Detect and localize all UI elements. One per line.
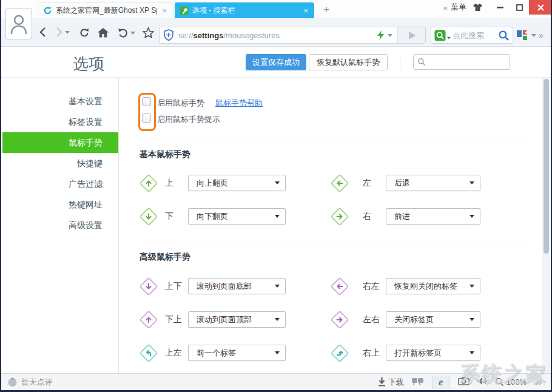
gesture-action-select[interactable]: 向上翻页 bbox=[188, 175, 286, 191]
skin-theme-icon[interactable] bbox=[473, 3, 483, 12]
forward-history-caret-icon[interactable] bbox=[65, 31, 70, 34]
resize-grip[interactable] bbox=[534, 377, 542, 388]
zoom-level: 100% bbox=[507, 377, 527, 387]
url-path: /mousegestures bbox=[223, 31, 280, 40]
gesture-action-select[interactable]: 前一个标签 bbox=[188, 345, 286, 361]
status-bar: 暂无点评 下载 e bbox=[0, 373, 552, 390]
search-engine-icon[interactable] bbox=[434, 30, 446, 41]
site-review[interactable]: 暂无点评 bbox=[7, 377, 53, 388]
speed-caret-icon[interactable] bbox=[388, 34, 392, 37]
gesture-row-rightup: 右上 打开新标签页 bbox=[332, 345, 480, 361]
browser-window: 系统之家官网_最新Ghost XP Sp × 选项 - 搜索栏 × + « 菜单 bbox=[0, 0, 552, 392]
gesture-action-select[interactable]: 滚动到页面顶部 bbox=[188, 311, 286, 328]
address-bar[interactable]: se://settings/mousegestures bbox=[159, 27, 426, 44]
gesture-action-select[interactable]: 打开新标签页 bbox=[386, 345, 480, 361]
gesture-row-up: 上 向上翻页 bbox=[141, 175, 286, 191]
tab-close-icon[interactable]: × bbox=[302, 6, 309, 15]
flags-icon[interactable] bbox=[412, 377, 424, 388]
sidebar-item-advanced-settings[interactable]: 高级设置 bbox=[2, 215, 118, 235]
gesture-row-updown: 上下 滚动到页面底部 bbox=[141, 278, 286, 294]
gesture-right-icon bbox=[330, 207, 349, 226]
undo-button[interactable] bbox=[118, 27, 135, 38]
download-button[interactable]: 下载 bbox=[378, 377, 404, 388]
gesture-label: 右上 bbox=[363, 348, 386, 359]
zoom-magnifier-icon bbox=[495, 377, 504, 387]
restore-default-gestures-button[interactable]: 恢复默认鼠标手势 bbox=[309, 54, 388, 70]
user-avatar[interactable] bbox=[5, 8, 32, 39]
caret-down-icon bbox=[470, 351, 474, 354]
scrollbar-track[interactable] bbox=[542, 78, 550, 373]
gesture-action-select[interactable]: 恢复刚关闭的标签 bbox=[386, 278, 480, 294]
sidebar-item-basic-settings[interactable]: 基本设置 bbox=[2, 91, 118, 112]
gesture-label: 左右 bbox=[363, 314, 386, 325]
tab-systemhome[interactable]: 系统之家官网_最新Ghost XP Sp × bbox=[38, 2, 173, 18]
apps-caret-icon[interactable] bbox=[531, 34, 536, 37]
speed-lightning-icon[interactable] bbox=[377, 30, 384, 40]
undo-history-caret-icon[interactable] bbox=[130, 32, 135, 35]
maximize-button[interactable] bbox=[510, 0, 529, 15]
sidebar-item-shortcuts[interactable]: 快捷键 bbox=[2, 153, 118, 174]
sidebar-item-tab-settings[interactable]: 标签设置 bbox=[2, 112, 118, 132]
screenshot-icon[interactable] bbox=[458, 377, 470, 388]
gesture-action-select[interactable]: 向下翻页 bbox=[188, 208, 286, 225]
enable-gestures-label: 启用鼠标手势 bbox=[157, 98, 204, 109]
settings-search-box[interactable] bbox=[413, 54, 510, 70]
gesture-label: 左 bbox=[363, 178, 386, 189]
gesture-label: 上左 bbox=[165, 348, 188, 359]
home-button[interactable] bbox=[98, 28, 109, 38]
back-button[interactable] bbox=[39, 27, 46, 38]
favorite-star-button[interactable] bbox=[143, 27, 154, 38]
gesture-label: 右 bbox=[363, 211, 386, 222]
minimize-button[interactable] bbox=[490, 0, 510, 15]
search-input[interactable] bbox=[453, 31, 498, 40]
gesture-help-link[interactable]: 鼠标手势帮助 bbox=[215, 98, 263, 109]
gesture-row-leftright: 左右 关闭标签页 bbox=[332, 311, 480, 328]
sidebar-item-ad-filter[interactable]: 广告过滤 bbox=[2, 174, 118, 194]
search-box[interactable] bbox=[431, 27, 513, 44]
search-submit-icon[interactable] bbox=[498, 30, 510, 41]
gesture-action-select[interactable]: 后退 bbox=[386, 175, 480, 191]
go-button[interactable] bbox=[397, 27, 425, 43]
sidebar-item-mouse-gestures[interactable]: 鼠标手势 bbox=[2, 132, 118, 153]
gesture-action-select[interactable]: 滚动到页面底部 bbox=[188, 278, 286, 294]
settings-saved-button[interactable]: 设置保存成功 bbox=[246, 54, 306, 70]
gesture-rightleft-icon bbox=[330, 277, 349, 296]
gesture-row-right: 右 前进 bbox=[332, 208, 480, 225]
close-button[interactable] bbox=[529, 0, 552, 15]
person-icon bbox=[10, 13, 28, 35]
search-icon bbox=[417, 58, 426, 66]
search-engine-caret-icon[interactable] bbox=[447, 36, 451, 39]
collapse-chevrons-icon[interactable]: « bbox=[443, 3, 448, 12]
caret-down-icon bbox=[275, 351, 280, 354]
caret-down-icon bbox=[275, 181, 280, 184]
gesture-row-downup: 下上 滚动到页面顶部 bbox=[141, 311, 286, 328]
ie-compatibility-button[interactable]: e bbox=[432, 376, 450, 389]
gesture-action-select[interactable]: 关闭标签页 bbox=[386, 311, 480, 328]
scrollbar-thumb[interactable] bbox=[544, 79, 549, 254]
speaker-icon[interactable] bbox=[477, 377, 487, 388]
caret-down-icon bbox=[470, 215, 474, 218]
enable-gestures-checkbox[interactable] bbox=[142, 97, 151, 106]
gesture-tips-label: 启用鼠标手势提示 bbox=[157, 114, 220, 125]
gesture-left-icon bbox=[330, 174, 349, 192]
site-favicon bbox=[43, 6, 52, 15]
page-zoom-control[interactable]: 100% bbox=[495, 377, 527, 387]
tab-close-icon[interactable]: × bbox=[161, 6, 168, 15]
caret-down-icon bbox=[275, 215, 280, 218]
new-tab-button[interactable]: + bbox=[320, 3, 333, 16]
security-shield-icon[interactable] bbox=[163, 29, 174, 41]
apps-grid-icon[interactable] bbox=[517, 30, 536, 41]
status-tools: 下载 e bbox=[378, 376, 542, 389]
gesture-tips-checkbox[interactable] bbox=[142, 113, 151, 123]
tab-options[interactable]: 选项 - 搜索栏 × bbox=[175, 2, 314, 18]
tab-title: 系统之家官网_最新Ghost XP Sp bbox=[56, 5, 157, 16]
gesture-updown-icon bbox=[139, 277, 158, 296]
forward-button[interactable] bbox=[56, 27, 70, 38]
toolbar-overflow-icon[interactable]: » bbox=[539, 30, 544, 40]
refresh-button[interactable] bbox=[79, 27, 90, 38]
menu-button[interactable]: 菜单 bbox=[451, 2, 466, 13]
sidebar-item-hotkey-urls[interactable]: 热键网址 bbox=[2, 194, 118, 215]
gesture-action-select[interactable]: 前进 bbox=[386, 208, 480, 225]
url-text[interactable]: se://settings/mousegestures bbox=[178, 31, 377, 40]
caret-down-icon bbox=[470, 181, 474, 184]
